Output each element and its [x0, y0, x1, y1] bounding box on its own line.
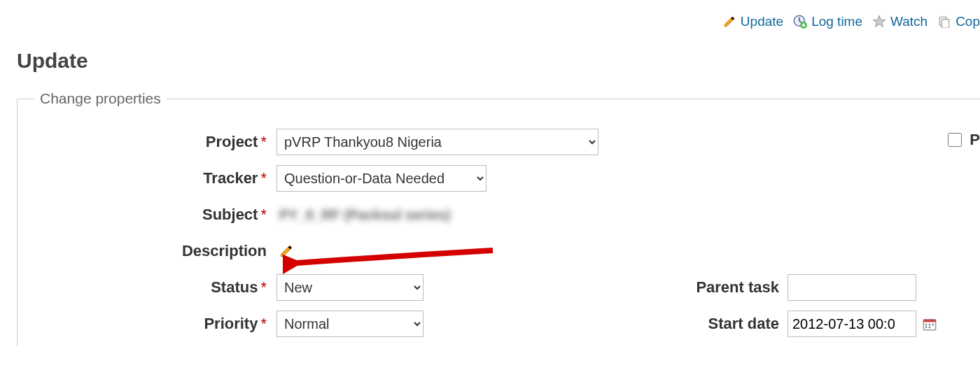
required-star: * — [260, 278, 267, 296]
status-label: Status* — [18, 278, 276, 297]
calendar-icon[interactable] — [922, 316, 937, 332]
required-star: * — [260, 169, 267, 187]
project-label: Project* — [18, 133, 276, 151]
priority-select[interactable]: Normal — [276, 311, 424, 337]
clock-plus-icon — [793, 15, 807, 29]
status-select[interactable]: New — [276, 274, 424, 301]
parent-task-label: Parent task — [612, 278, 788, 297]
required-star: * — [260, 206, 267, 223]
start-date-label: Start date — [612, 315, 788, 333]
watch-link[interactable]: Watch — [872, 14, 927, 29]
priority-label: Priority* — [18, 315, 276, 333]
logtime-link[interactable]: Log time — [793, 14, 862, 29]
subject-label: Subject* — [18, 206, 276, 224]
required-star: * — [260, 315, 267, 332]
svg-rect-5 — [923, 320, 936, 322]
svg-rect-7 — [929, 324, 931, 326]
page-title: Update — [17, 49, 980, 73]
private-checkbox[interactable] — [948, 133, 962, 147]
logtime-link-label: Log time — [811, 14, 862, 29]
svg-rect-10 — [929, 327, 931, 329]
svg-rect-3 — [942, 20, 949, 28]
pencil-icon — [722, 15, 736, 29]
project-select[interactable]: pVRP Thankyou8 Nigeria — [276, 129, 598, 155]
svg-rect-9 — [925, 327, 927, 329]
description-label: Description — [18, 242, 276, 260]
update-link[interactable]: Update — [722, 14, 783, 29]
change-properties-box: Change properties P Project* pVRP Thanky… — [17, 90, 980, 346]
copy-link-label: Cop — [955, 14, 980, 29]
update-link-label: Update — [741, 14, 783, 29]
contextual-actions: Update Log time Watch Cop — [722, 14, 980, 29]
tracker-select[interactable]: Question-or-Data Needed — [276, 165, 486, 192]
star-icon — [872, 15, 886, 29]
copy-link[interactable]: Cop — [937, 14, 980, 29]
svg-rect-8 — [932, 324, 934, 326]
subject-input[interactable]: PY_0_RF (Packsul series) — [276, 207, 976, 223]
copy-icon — [937, 15, 951, 29]
watch-link-label: Watch — [890, 14, 927, 29]
edit-description-button[interactable] — [278, 243, 295, 259]
private-area: P — [945, 131, 980, 149]
start-date-input[interactable] — [788, 311, 916, 337]
svg-rect-6 — [925, 324, 927, 326]
parent-task-input[interactable] — [788, 274, 916, 301]
required-star: * — [260, 133, 267, 150]
tracker-label: Tracker* — [18, 169, 276, 187]
private-label: P — [969, 131, 980, 149]
change-properties-legend: Change properties — [34, 90, 167, 107]
